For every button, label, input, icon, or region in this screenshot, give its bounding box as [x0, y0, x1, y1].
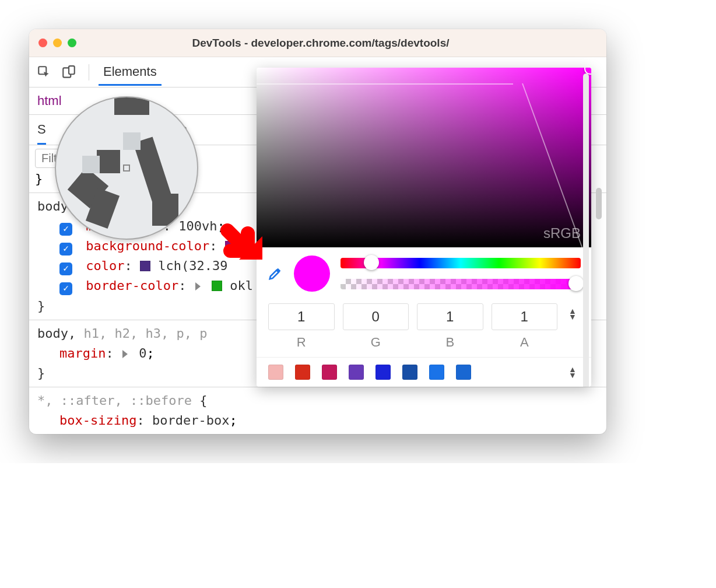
window-title: DevTools - developer.chrome.com/tags/dev…: [44, 37, 597, 50]
expand-icon[interactable]: [122, 350, 128, 358]
devtools-window: DevTools - developer.chrome.com/tags/dev…: [29, 29, 606, 434]
channel-label-r: R: [268, 335, 335, 350]
format-switch-icon[interactable]: ▲▼: [566, 303, 580, 320]
color-picker-popover: sRGB R G: [257, 68, 591, 387]
palette-swatch[interactable]: [429, 365, 444, 380]
palette-switch-icon[interactable]: ▲▼: [566, 366, 580, 378]
channel-label-g: G: [343, 335, 409, 350]
annotation-arrow-icon: [216, 219, 274, 277]
svg-rect-2: [69, 66, 75, 74]
device-toggle-icon[interactable]: [58, 62, 79, 83]
channel-input-b[interactable]: [417, 303, 483, 330]
color-spectrum[interactable]: sRGB: [257, 68, 591, 247]
alpha-slider[interactable]: [341, 279, 581, 289]
subtab-styles[interactable]: S: [37, 122, 46, 145]
gamut-label: sRGB: [543, 225, 581, 242]
content-scrollbar[interactable]: [596, 188, 602, 219]
hue-slider[interactable]: [341, 258, 581, 268]
magnifier-target-icon: [123, 164, 130, 172]
palette-swatch[interactable]: [402, 365, 417, 380]
prop-margin[interactable]: margin: [59, 346, 106, 360]
picker-scrollbar[interactable]: [583, 74, 589, 387]
color-swatch[interactable]: [140, 261, 150, 271]
inspect-element-icon[interactable]: [34, 62, 55, 83]
titlebar: DevTools - developer.chrome.com/tags/dev…: [29, 29, 606, 57]
decl-toggle[interactable]: ✓: [59, 262, 72, 275]
prop-color[interactable]: color: [86, 258, 124, 273]
hue-knob[interactable]: [364, 255, 379, 270]
toolbar-divider: [89, 64, 89, 80]
color-swatch[interactable]: [212, 281, 222, 291]
rule-reset: *, ::after, ::before { box-sizing: borde…: [29, 387, 606, 434]
prop-border-color[interactable]: border-color: [86, 278, 178, 293]
val-border-color[interactable]: okl: [230, 278, 253, 293]
channel-input-g[interactable]: [343, 303, 409, 330]
decl-toggle[interactable]: ✓: [59, 243, 72, 256]
expand-icon[interactable]: [195, 282, 201, 290]
palette-swatch[interactable]: [456, 365, 471, 380]
prop-background-color[interactable]: background-color: [86, 239, 209, 253]
channel-label-a: A: [492, 335, 558, 350]
tab-elements[interactable]: Elements: [99, 64, 162, 86]
channel-input-a[interactable]: [492, 303, 558, 330]
palette-row: ▲▼: [257, 357, 591, 387]
palette-swatch[interactable]: [349, 365, 364, 380]
alpha-knob[interactable]: [568, 276, 584, 291]
val-min-height[interactable]: 100vh: [178, 219, 217, 233]
channel-input-r[interactable]: [268, 303, 335, 330]
palette-swatch[interactable]: [268, 365, 283, 380]
picker-controls: [257, 247, 591, 300]
decl-toggle[interactable]: ✓: [59, 282, 72, 295]
color-preview: [294, 256, 330, 292]
prop-box-sizing[interactable]: box-sizing: [59, 413, 136, 428]
channel-inputs: R G B A ▲▼: [257, 300, 591, 357]
eyedropper-magnifier: [55, 96, 198, 240]
palette-swatch[interactable]: [322, 365, 337, 380]
palette-swatch[interactable]: [375, 365, 391, 380]
channel-label-b: B: [417, 335, 483, 350]
decl-toggle[interactable]: ✓: [59, 223, 72, 236]
palette-swatch[interactable]: [295, 365, 310, 380]
